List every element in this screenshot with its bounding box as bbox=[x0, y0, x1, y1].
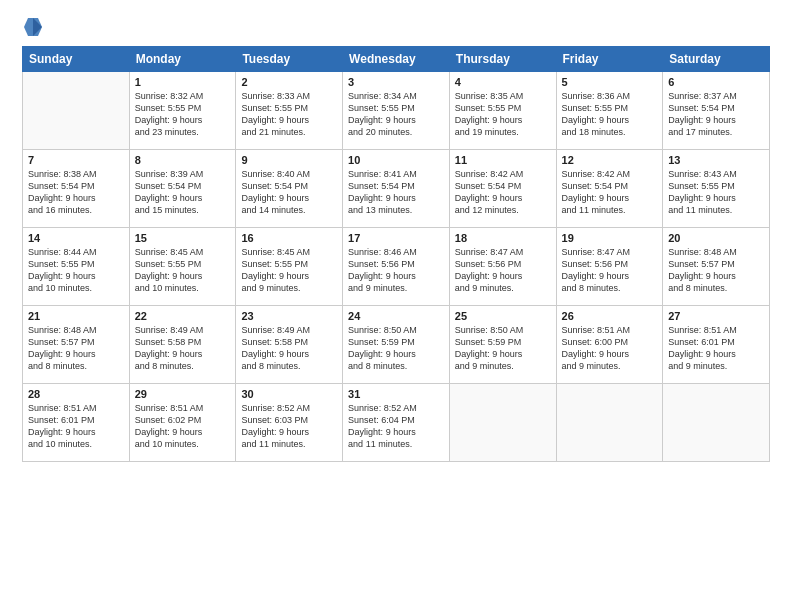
day-number: 17 bbox=[348, 232, 444, 244]
calendar-cell: 23Sunrise: 8:49 AM Sunset: 5:58 PM Dayli… bbox=[236, 306, 343, 384]
day-info: Sunrise: 8:34 AM Sunset: 5:55 PM Dayligh… bbox=[348, 90, 444, 139]
day-number: 1 bbox=[135, 76, 231, 88]
day-info: Sunrise: 8:50 AM Sunset: 5:59 PM Dayligh… bbox=[455, 324, 551, 373]
day-info: Sunrise: 8:49 AM Sunset: 5:58 PM Dayligh… bbox=[135, 324, 231, 373]
day-number: 3 bbox=[348, 76, 444, 88]
calendar-cell: 9Sunrise: 8:40 AM Sunset: 5:54 PM Daylig… bbox=[236, 150, 343, 228]
day-info: Sunrise: 8:45 AM Sunset: 5:55 PM Dayligh… bbox=[135, 246, 231, 295]
calendar-cell: 20Sunrise: 8:48 AM Sunset: 5:57 PM Dayli… bbox=[663, 228, 770, 306]
calendar-cell: 22Sunrise: 8:49 AM Sunset: 5:58 PM Dayli… bbox=[129, 306, 236, 384]
day-number: 16 bbox=[241, 232, 337, 244]
calendar-cell: 30Sunrise: 8:52 AM Sunset: 6:03 PM Dayli… bbox=[236, 384, 343, 462]
calendar-cell: 1Sunrise: 8:32 AM Sunset: 5:55 PM Daylig… bbox=[129, 72, 236, 150]
day-info: Sunrise: 8:51 AM Sunset: 6:02 PM Dayligh… bbox=[135, 402, 231, 451]
day-info: Sunrise: 8:51 AM Sunset: 6:01 PM Dayligh… bbox=[28, 402, 124, 451]
day-info: Sunrise: 8:43 AM Sunset: 5:55 PM Dayligh… bbox=[668, 168, 764, 217]
day-number: 25 bbox=[455, 310, 551, 322]
day-info: Sunrise: 8:40 AM Sunset: 5:54 PM Dayligh… bbox=[241, 168, 337, 217]
day-number: 28 bbox=[28, 388, 124, 400]
day-number: 22 bbox=[135, 310, 231, 322]
weekday-header-wednesday: Wednesday bbox=[343, 47, 450, 72]
day-number: 15 bbox=[135, 232, 231, 244]
weekday-header-sunday: Sunday bbox=[23, 47, 130, 72]
calendar-cell bbox=[449, 384, 556, 462]
day-info: Sunrise: 8:46 AM Sunset: 5:56 PM Dayligh… bbox=[348, 246, 444, 295]
day-number: 29 bbox=[135, 388, 231, 400]
day-info: Sunrise: 8:32 AM Sunset: 5:55 PM Dayligh… bbox=[135, 90, 231, 139]
calendar-cell: 29Sunrise: 8:51 AM Sunset: 6:02 PM Dayli… bbox=[129, 384, 236, 462]
calendar: SundayMondayTuesdayWednesdayThursdayFrid… bbox=[22, 46, 770, 462]
day-info: Sunrise: 8:44 AM Sunset: 5:55 PM Dayligh… bbox=[28, 246, 124, 295]
day-info: Sunrise: 8:35 AM Sunset: 5:55 PM Dayligh… bbox=[455, 90, 551, 139]
day-number: 24 bbox=[348, 310, 444, 322]
day-info: Sunrise: 8:38 AM Sunset: 5:54 PM Dayligh… bbox=[28, 168, 124, 217]
calendar-cell: 12Sunrise: 8:42 AM Sunset: 5:54 PM Dayli… bbox=[556, 150, 663, 228]
day-info: Sunrise: 8:45 AM Sunset: 5:55 PM Dayligh… bbox=[241, 246, 337, 295]
calendar-cell: 21Sunrise: 8:48 AM Sunset: 5:57 PM Dayli… bbox=[23, 306, 130, 384]
day-info: Sunrise: 8:50 AM Sunset: 5:59 PM Dayligh… bbox=[348, 324, 444, 373]
day-info: Sunrise: 8:48 AM Sunset: 5:57 PM Dayligh… bbox=[668, 246, 764, 295]
calendar-week-1: 1Sunrise: 8:32 AM Sunset: 5:55 PM Daylig… bbox=[23, 72, 770, 150]
calendar-cell: 8Sunrise: 8:39 AM Sunset: 5:54 PM Daylig… bbox=[129, 150, 236, 228]
day-number: 14 bbox=[28, 232, 124, 244]
calendar-week-2: 7Sunrise: 8:38 AM Sunset: 5:54 PM Daylig… bbox=[23, 150, 770, 228]
calendar-week-4: 21Sunrise: 8:48 AM Sunset: 5:57 PM Dayli… bbox=[23, 306, 770, 384]
day-number: 30 bbox=[241, 388, 337, 400]
day-info: Sunrise: 8:52 AM Sunset: 6:04 PM Dayligh… bbox=[348, 402, 444, 451]
calendar-cell: 15Sunrise: 8:45 AM Sunset: 5:55 PM Dayli… bbox=[129, 228, 236, 306]
day-number: 10 bbox=[348, 154, 444, 166]
weekday-header-tuesday: Tuesday bbox=[236, 47, 343, 72]
calendar-cell: 18Sunrise: 8:47 AM Sunset: 5:56 PM Dayli… bbox=[449, 228, 556, 306]
day-info: Sunrise: 8:33 AM Sunset: 5:55 PM Dayligh… bbox=[241, 90, 337, 139]
day-number: 31 bbox=[348, 388, 444, 400]
day-number: 26 bbox=[562, 310, 658, 322]
calendar-cell: 3Sunrise: 8:34 AM Sunset: 5:55 PM Daylig… bbox=[343, 72, 450, 150]
day-number: 27 bbox=[668, 310, 764, 322]
calendar-cell: 7Sunrise: 8:38 AM Sunset: 5:54 PM Daylig… bbox=[23, 150, 130, 228]
calendar-cell: 13Sunrise: 8:43 AM Sunset: 5:55 PM Dayli… bbox=[663, 150, 770, 228]
day-info: Sunrise: 8:36 AM Sunset: 5:55 PM Dayligh… bbox=[562, 90, 658, 139]
calendar-cell bbox=[663, 384, 770, 462]
day-number: 23 bbox=[241, 310, 337, 322]
day-info: Sunrise: 8:42 AM Sunset: 5:54 PM Dayligh… bbox=[562, 168, 658, 217]
day-info: Sunrise: 8:52 AM Sunset: 6:03 PM Dayligh… bbox=[241, 402, 337, 451]
day-number: 6 bbox=[668, 76, 764, 88]
day-info: Sunrise: 8:47 AM Sunset: 5:56 PM Dayligh… bbox=[455, 246, 551, 295]
day-info: Sunrise: 8:51 AM Sunset: 6:01 PM Dayligh… bbox=[668, 324, 764, 373]
day-info: Sunrise: 8:51 AM Sunset: 6:00 PM Dayligh… bbox=[562, 324, 658, 373]
weekday-header-friday: Friday bbox=[556, 47, 663, 72]
calendar-cell bbox=[556, 384, 663, 462]
calendar-cell: 14Sunrise: 8:44 AM Sunset: 5:55 PM Dayli… bbox=[23, 228, 130, 306]
calendar-cell: 11Sunrise: 8:42 AM Sunset: 5:54 PM Dayli… bbox=[449, 150, 556, 228]
weekday-header-saturday: Saturday bbox=[663, 47, 770, 72]
day-number: 2 bbox=[241, 76, 337, 88]
day-number: 21 bbox=[28, 310, 124, 322]
calendar-cell: 10Sunrise: 8:41 AM Sunset: 5:54 PM Dayli… bbox=[343, 150, 450, 228]
day-info: Sunrise: 8:47 AM Sunset: 5:56 PM Dayligh… bbox=[562, 246, 658, 295]
day-number: 5 bbox=[562, 76, 658, 88]
weekday-header-row: SundayMondayTuesdayWednesdayThursdayFrid… bbox=[23, 47, 770, 72]
calendar-week-5: 28Sunrise: 8:51 AM Sunset: 6:01 PM Dayli… bbox=[23, 384, 770, 462]
day-number: 13 bbox=[668, 154, 764, 166]
calendar-cell: 4Sunrise: 8:35 AM Sunset: 5:55 PM Daylig… bbox=[449, 72, 556, 150]
logo bbox=[22, 18, 42, 40]
calendar-cell: 6Sunrise: 8:37 AM Sunset: 5:54 PM Daylig… bbox=[663, 72, 770, 150]
weekday-header-monday: Monday bbox=[129, 47, 236, 72]
calendar-cell: 16Sunrise: 8:45 AM Sunset: 5:55 PM Dayli… bbox=[236, 228, 343, 306]
day-number: 11 bbox=[455, 154, 551, 166]
calendar-cell: 25Sunrise: 8:50 AM Sunset: 5:59 PM Dayli… bbox=[449, 306, 556, 384]
weekday-header-thursday: Thursday bbox=[449, 47, 556, 72]
day-info: Sunrise: 8:39 AM Sunset: 5:54 PM Dayligh… bbox=[135, 168, 231, 217]
calendar-week-3: 14Sunrise: 8:44 AM Sunset: 5:55 PM Dayli… bbox=[23, 228, 770, 306]
day-info: Sunrise: 8:42 AM Sunset: 5:54 PM Dayligh… bbox=[455, 168, 551, 217]
calendar-cell: 17Sunrise: 8:46 AM Sunset: 5:56 PM Dayli… bbox=[343, 228, 450, 306]
day-number: 7 bbox=[28, 154, 124, 166]
calendar-cell: 27Sunrise: 8:51 AM Sunset: 6:01 PM Dayli… bbox=[663, 306, 770, 384]
day-info: Sunrise: 8:37 AM Sunset: 5:54 PM Dayligh… bbox=[668, 90, 764, 139]
day-number: 9 bbox=[241, 154, 337, 166]
day-info: Sunrise: 8:49 AM Sunset: 5:58 PM Dayligh… bbox=[241, 324, 337, 373]
day-number: 18 bbox=[455, 232, 551, 244]
day-number: 4 bbox=[455, 76, 551, 88]
calendar-cell: 28Sunrise: 8:51 AM Sunset: 6:01 PM Dayli… bbox=[23, 384, 130, 462]
calendar-cell: 19Sunrise: 8:47 AM Sunset: 5:56 PM Dayli… bbox=[556, 228, 663, 306]
